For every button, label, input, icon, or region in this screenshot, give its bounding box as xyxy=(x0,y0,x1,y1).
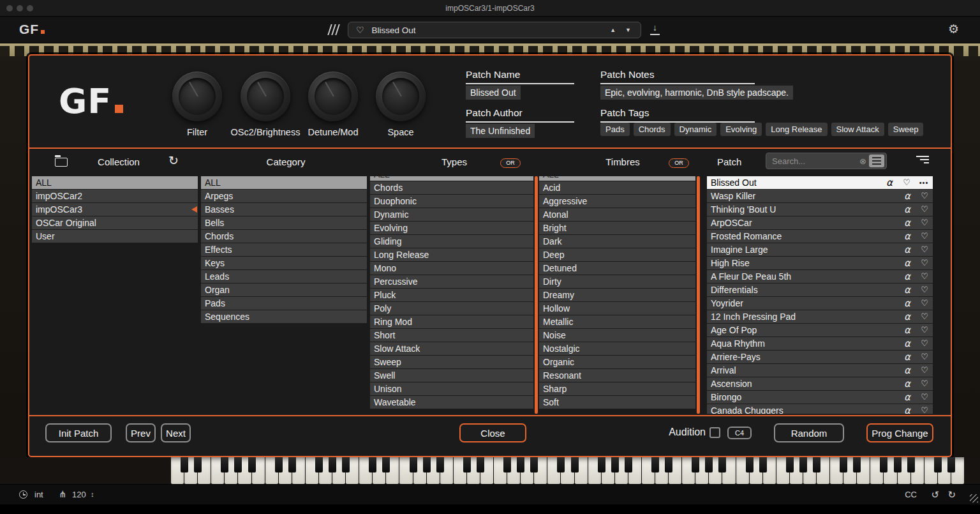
sort-icon[interactable] xyxy=(915,156,929,163)
alpha-badge-icon[interactable]: α xyxy=(898,310,916,323)
category-item[interactable]: ALL xyxy=(201,176,367,189)
type-item[interactable]: Long Release xyxy=(370,248,533,261)
timbre-item[interactable]: Metallic xyxy=(539,315,695,328)
patch-item[interactable]: ArpOSCar α ♡ ••• xyxy=(707,216,933,229)
black-key[interactable] xyxy=(181,457,188,472)
timbres-scrollbar[interactable] xyxy=(697,176,700,414)
black-key[interactable] xyxy=(625,457,632,472)
patch-item[interactable]: Differentials α ♡ ••• xyxy=(707,283,933,296)
favorite-heart-icon[interactable]: ♡ xyxy=(898,176,915,189)
type-item[interactable]: Poly xyxy=(370,302,533,315)
black-key[interactable] xyxy=(329,457,336,472)
patch-item[interactable]: Arriere-Pays α ♡ ••• xyxy=(707,351,933,363)
timbre-item[interactable]: Resonant xyxy=(539,369,695,382)
timbres-or-toggle[interactable]: OR xyxy=(669,158,689,168)
prog-change-button[interactable]: Prog Change xyxy=(866,423,933,442)
timbre-item[interactable]: Dirty xyxy=(539,275,695,288)
tempo-stepper-icon[interactable]: ↕ xyxy=(91,490,94,498)
black-key[interactable] xyxy=(705,457,713,472)
black-key[interactable] xyxy=(221,457,228,472)
favorite-heart-icon[interactable]: ♡ xyxy=(916,377,933,390)
timbre-item[interactable]: Dark xyxy=(539,235,695,248)
type-item[interactable]: Wavetable xyxy=(370,396,533,409)
black-key[interactable] xyxy=(907,457,915,472)
black-key[interactable] xyxy=(813,457,820,472)
prev-button[interactable]: Prev xyxy=(126,423,156,442)
search-input[interactable] xyxy=(766,156,857,166)
category-item[interactable]: Chords xyxy=(201,230,367,243)
timbre-item[interactable]: Detuned xyxy=(539,262,695,275)
black-key[interactable] xyxy=(436,457,444,472)
type-item[interactable]: Mono xyxy=(370,262,533,275)
type-item[interactable]: Dynamic xyxy=(370,208,533,221)
random-button[interactable]: Random xyxy=(774,423,844,442)
patch-item[interactable]: 12 Inch Pressing Pad α ♡ ••• xyxy=(707,310,933,323)
category-item[interactable]: Effects xyxy=(201,243,367,256)
category-item[interactable]: Bells xyxy=(201,216,367,229)
collection-item[interactable]: ALL xyxy=(32,176,198,189)
black-key[interactable] xyxy=(759,457,767,472)
preset-down-icon[interactable]: ▼ xyxy=(625,27,631,33)
timbre-item[interactable]: Soft xyxy=(539,396,695,409)
black-key[interactable] xyxy=(598,457,605,472)
favorite-heart-icon[interactable]: ♡ xyxy=(916,203,933,216)
black-key[interactable] xyxy=(517,457,524,472)
black-key[interactable] xyxy=(665,457,672,472)
black-key[interactable] xyxy=(463,457,471,472)
patch-item[interactable]: High Rise α ♡ ••• xyxy=(707,257,933,269)
init-patch-button[interactable]: Init Patch xyxy=(45,423,112,442)
alpha-badge-icon[interactable]: α xyxy=(898,337,916,350)
next-button[interactable]: Next xyxy=(161,423,191,442)
favorite-heart-icon[interactable]: ♡ xyxy=(916,257,933,269)
undo-icon[interactable]: ↺ xyxy=(931,489,939,501)
cc-label[interactable]: CC xyxy=(905,490,917,499)
category-item[interactable]: Sequences xyxy=(201,310,367,323)
favorite-heart-icon[interactable]: ♡ xyxy=(356,25,364,35)
type-item[interactable]: Short xyxy=(370,329,533,342)
timbre-item[interactable]: Bright xyxy=(539,222,695,234)
timbre-item[interactable]: Organic xyxy=(539,356,695,368)
alpha-badge-icon[interactable]: α xyxy=(898,203,916,216)
timbre-item[interactable]: Deep xyxy=(539,248,695,261)
favorite-heart-icon[interactable]: ♡ xyxy=(916,230,933,243)
tempo-value[interactable]: 120 xyxy=(72,490,86,499)
favorite-heart-icon[interactable]: ♡ xyxy=(916,404,933,414)
black-key[interactable] xyxy=(880,457,887,472)
alpha-badge-icon[interactable]: α xyxy=(880,176,898,189)
black-key[interactable] xyxy=(288,457,296,472)
collection-item[interactable]: OSCar Original xyxy=(32,216,198,229)
alpha-badge-icon[interactable]: α xyxy=(898,230,916,243)
space-knob[interactable] xyxy=(376,72,426,121)
patch-item[interactable]: Frosted Romance α ♡ ••• xyxy=(707,230,933,243)
favorite-heart-icon[interactable]: ♡ xyxy=(916,310,933,323)
type-item[interactable]: Evolving xyxy=(370,222,533,234)
timbre-item[interactable]: Dreamy xyxy=(539,289,695,301)
black-key[interactable] xyxy=(718,457,726,472)
type-item[interactable]: Slow Attack xyxy=(370,342,533,355)
alpha-badge-icon[interactable]: α xyxy=(898,283,916,296)
type-item[interactable]: Duophonic xyxy=(370,195,533,208)
type-item[interactable]: Swell xyxy=(370,369,533,382)
black-key[interactable] xyxy=(786,457,794,472)
black-key[interactable] xyxy=(799,457,807,472)
type-item[interactable]: Unison xyxy=(370,382,533,395)
alpha-badge-icon[interactable]: α xyxy=(898,377,916,390)
timbre-item[interactable]: Sharp xyxy=(539,382,695,395)
category-item[interactable]: Basses xyxy=(201,203,367,216)
collection-item[interactable]: User xyxy=(32,230,198,243)
category-item[interactable]: Leads xyxy=(201,270,367,283)
favorite-heart-icon[interactable]: ♡ xyxy=(916,283,933,296)
type-item[interactable]: Chords xyxy=(370,181,533,194)
black-key[interactable] xyxy=(934,457,942,472)
black-key[interactable] xyxy=(194,457,202,472)
detune-mod-knob[interactable] xyxy=(308,72,358,121)
patch-item[interactable]: Age Of Pop α ♡ ••• xyxy=(707,324,933,336)
search-clear-icon[interactable]: ⊗ xyxy=(857,156,869,166)
black-key[interactable] xyxy=(423,457,431,472)
sync-clock-icon[interactable] xyxy=(19,490,27,499)
black-key[interactable] xyxy=(746,457,754,472)
timbre-item[interactable]: Hollow xyxy=(539,302,695,315)
black-key[interactable] xyxy=(369,457,376,472)
alpha-badge-icon[interactable]: α xyxy=(898,364,916,377)
favorite-heart-icon[interactable]: ♡ xyxy=(916,243,933,256)
